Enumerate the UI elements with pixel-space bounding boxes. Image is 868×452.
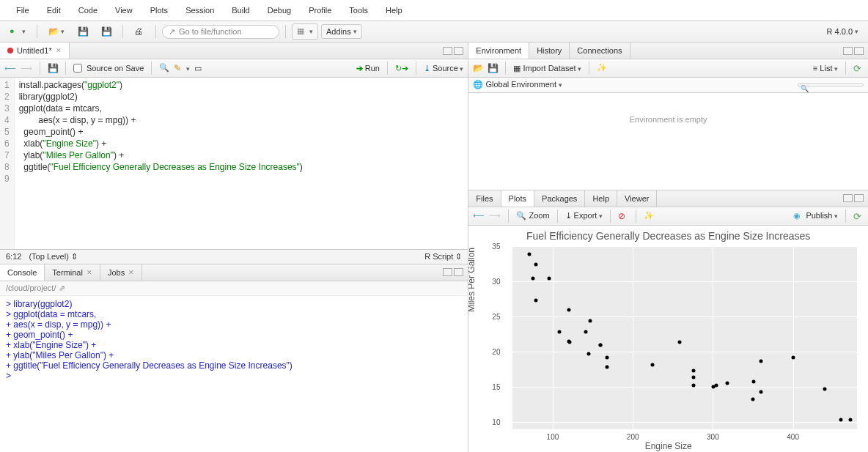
tab-help[interactable]: Help: [585, 190, 617, 207]
forward-icon: [489, 211, 501, 220]
plot-toolbar: Zoom ⤓ Export Publish: [468, 207, 868, 226]
grid-button[interactable]: [292, 23, 318, 40]
refresh-icon: [853, 63, 864, 73]
env-search-input[interactable]: [798, 84, 864, 86]
tab-environment[interactable]: Environment: [468, 42, 529, 59]
run-button[interactable]: Run: [356, 64, 380, 73]
search-icon: [159, 63, 169, 73]
list-view-button[interactable]: ≡ List: [813, 64, 838, 73]
tab-viewer[interactable]: Viewer: [617, 190, 657, 207]
arrow-icon: ↗: [169, 27, 175, 37]
menu-file[interactable]: File: [7, 3, 38, 18]
folder-icon: [473, 63, 483, 73]
scope-indicator[interactable]: (Top Level) ⇕: [29, 252, 77, 262]
save-all-button[interactable]: [96, 23, 117, 40]
tab-packages[interactable]: Packages: [534, 190, 585, 207]
r-version[interactable]: R 4.0.0: [822, 24, 864, 39]
menu-view[interactable]: View: [106, 3, 141, 18]
env-empty-message: Environment is empty: [468, 93, 868, 146]
find-button[interactable]: [159, 63, 169, 73]
import-dataset-button[interactable]: ▦ Import Dataset: [513, 64, 581, 73]
addins-button[interactable]: Addins: [321, 24, 362, 39]
data-point: [849, 418, 853, 421]
maximize-icon[interactable]: [854, 47, 864, 55]
tab-jobs[interactable]: Jobs ✕: [100, 264, 142, 281]
folder-open-icon: [48, 26, 59, 37]
broom-icon: [597, 63, 607, 73]
menu-tools[interactable]: Tools: [340, 3, 377, 18]
open-file-button[interactable]: [43, 23, 70, 40]
back-button[interactable]: [4, 64, 16, 73]
grid-icon: [297, 26, 307, 37]
load-button[interactable]: [473, 63, 483, 73]
menu-profile[interactable]: Profile: [300, 3, 340, 18]
tab-plots[interactable]: Plots: [501, 190, 534, 207]
zoom-plot-button[interactable]: Zoom: [516, 211, 549, 221]
tab-console[interactable]: Console: [0, 264, 45, 281]
console[interactable]: > library(ggplot2)> ggplot(data = mtcars…: [0, 296, 468, 452]
minimize-icon[interactable]: [443, 268, 452, 276]
forward-button[interactable]: [21, 64, 32, 73]
publish-button[interactable]: Publish: [793, 211, 838, 221]
globe-icon: [473, 80, 483, 90]
remove-icon: [618, 211, 628, 221]
data-point: [759, 390, 762, 394]
source-button[interactable]: ⤓ Source: [424, 64, 463, 73]
separator: [285, 25, 286, 38]
tab-connections[interactable]: Connections: [570, 42, 630, 59]
data-point: [751, 397, 755, 401]
minimize-icon[interactable]: [843, 194, 853, 202]
wand-icon: [174, 63, 184, 73]
refresh-plot-button[interactable]: [853, 211, 864, 221]
minimize-icon[interactable]: [443, 47, 452, 55]
env-scope-selector[interactable]: Global Environment: [473, 80, 562, 90]
env-toolbar: ▦ Import Dataset ≡ List: [468, 59, 868, 78]
maximize-icon[interactable]: [854, 194, 864, 202]
remove-plot-button[interactable]: [618, 211, 628, 221]
cursor-position: 6:12: [6, 252, 21, 261]
data-point: [584, 330, 587, 334]
data-point: [726, 382, 729, 385]
next-plot-button[interactable]: [489, 211, 501, 221]
menu-debug[interactable]: Debug: [259, 3, 300, 18]
source-tab-untitled[interactable]: Untitled1* ✕: [0, 42, 70, 59]
separator: [122, 25, 123, 38]
tab-files[interactable]: Files: [468, 190, 501, 207]
save-env-button[interactable]: [488, 63, 498, 73]
menu-edit[interactable]: Edit: [38, 3, 70, 18]
save-all-icon: [101, 26, 111, 37]
source-on-save-label: Source on Save: [87, 64, 144, 73]
export-plot-button[interactable]: ⤓ Export: [565, 211, 603, 221]
close-tab-icon[interactable]: ✕: [56, 47, 62, 54]
goto-file-input[interactable]: ↗Go to file/function: [162, 25, 279, 39]
rerun-button[interactable]: ↻➔: [395, 64, 408, 73]
maximize-icon[interactable]: [454, 47, 463, 55]
report-button[interactable]: ▭: [194, 64, 202, 73]
print-button[interactable]: [129, 23, 150, 40]
clear-plots-button[interactable]: [644, 211, 654, 221]
source-on-save-checkbox[interactable]: [73, 64, 82, 73]
menu-help[interactable]: Help: [377, 3, 411, 18]
maximize-icon[interactable]: [454, 268, 463, 276]
prev-plot-button[interactable]: [473, 211, 485, 221]
tab-history[interactable]: History: [529, 42, 570, 59]
menu-build[interactable]: Build: [223, 3, 258, 18]
save-button[interactable]: [73, 23, 93, 40]
menu-session[interactable]: Session: [177, 3, 223, 18]
new-file-button[interactable]: [4, 23, 31, 40]
save-source-button[interactable]: [48, 63, 58, 73]
broom-icon: [644, 211, 654, 221]
code-editor[interactable]: 123456789 install.packages("ggplot2")lib…: [0, 78, 468, 249]
tab-terminal[interactable]: Terminal ✕: [45, 264, 100, 281]
files-tabs: FilesPlotsPackagesHelpViewer: [468, 190, 868, 207]
menu-plots[interactable]: Plots: [141, 3, 177, 18]
zoom-icon: [516, 211, 526, 221]
data-point: [691, 384, 695, 388]
file-type[interactable]: R Script ⇕: [424, 252, 462, 262]
menu-code[interactable]: Code: [70, 3, 106, 18]
minimize-icon[interactable]: [843, 47, 853, 55]
refresh-env-button[interactable]: [853, 63, 864, 73]
code-tools-button[interactable]: [174, 63, 190, 73]
data-point: [557, 330, 561, 334]
clear-env-button[interactable]: [597, 63, 607, 73]
